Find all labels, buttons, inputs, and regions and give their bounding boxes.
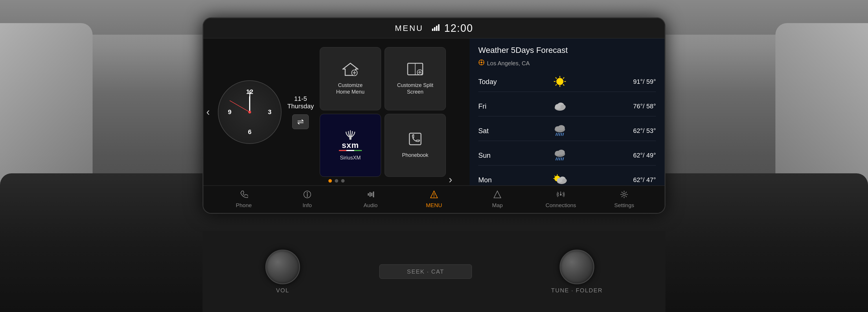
- svg-line-37: [556, 133, 557, 136]
- sxm-text: sxm: [342, 141, 359, 150]
- bottom-navigation: Phone Info Audio: [204, 185, 664, 213]
- svg-line-41: [563, 133, 564, 136]
- vol-label: VOL: [276, 287, 289, 294]
- vol-knob[interactable]: [265, 250, 300, 284]
- svg-line-40: [561, 133, 562, 136]
- nav-menu[interactable]: MENU: [418, 190, 450, 209]
- tune-knob[interactable]: [560, 250, 594, 284]
- nav-connections[interactable]: Connections: [545, 190, 577, 209]
- tune-control: TUNE · FOLDER: [551, 250, 603, 294]
- tile-customize-split-label: Customize SplitScreen: [395, 82, 435, 96]
- tile-phonebook-label: Phonebook: [400, 152, 431, 159]
- pagination-dot-2[interactable]: [335, 179, 338, 182]
- svg-point-36: [558, 125, 565, 130]
- transfer-icon[interactable]: ⇌: [292, 114, 309, 129]
- svg-point-33: [560, 105, 566, 109]
- nav-info[interactable]: Info: [291, 190, 323, 209]
- svg-line-28: [563, 77, 564, 78]
- weather-location: Los Angeles, CA: [478, 59, 656, 67]
- dashboard-controls: VOL SEEK · CAT TUNE · FOLDER: [203, 231, 665, 312]
- svg-line-47: [559, 158, 560, 160]
- clock-number-9: 9: [228, 108, 231, 116]
- weather-row-today: Today: [478, 72, 656, 92]
- pagination-dot-3[interactable]: [341, 179, 345, 182]
- svg-rect-1: [434, 27, 435, 31]
- tile-customize-split[interactable]: Customize SplitScreen: [384, 47, 446, 110]
- phonebook-icon: [408, 132, 423, 148]
- weather-row-fri: Fri 76°/ 58°: [478, 96, 656, 116]
- location-icon: [478, 59, 485, 67]
- svg-point-63: [433, 196, 434, 197]
- customize-home-icon: [342, 62, 359, 78]
- top-bar-center: MENU 12:00: [361, 22, 507, 34]
- screen-title: MENU: [395, 24, 423, 33]
- weather-icon-sat: [506, 124, 614, 137]
- tile-siriusxm-label: SiriusXM: [338, 154, 363, 161]
- weather-icon-sun: [506, 149, 614, 162]
- svg-line-29: [556, 84, 557, 85]
- clock-second-hand: [229, 100, 250, 112]
- clock-center-dot: [248, 111, 251, 113]
- nav-phone-label: Phone: [236, 202, 252, 209]
- nav-map-label: Map: [492, 202, 503, 209]
- nav-audio[interactable]: Audio: [355, 190, 386, 209]
- nav-arrow-right[interactable]: ›: [449, 174, 452, 185]
- weather-row-mon: Mon 62°/: [478, 170, 656, 185]
- seek-label: SEEK · CAT: [407, 268, 444, 275]
- weather-icon-fri: [506, 100, 614, 113]
- connections-icon: [557, 190, 565, 201]
- tile-siriusxm[interactable]: sxm SiriusXM: [320, 114, 381, 177]
- svg-line-53: [554, 176, 555, 176]
- weather-icon-today: [506, 75, 614, 88]
- pagination-dots: [329, 179, 345, 182]
- nav-arrow-left[interactable]: ‹: [206, 106, 210, 118]
- audio-icon: [367, 190, 375, 201]
- nav-menu-label: MENU: [426, 202, 442, 209]
- clock-number-3: 3: [268, 108, 271, 116]
- tile-customize-home[interactable]: CustomizeHome Menu: [320, 47, 381, 110]
- menu-icon: [430, 190, 438, 201]
- weather-row-sun: Sun 62°/: [478, 145, 656, 166]
- top-bar: MENU 12:00: [204, 18, 664, 38]
- menu-row-2: sxm SiriusXM: [320, 114, 446, 177]
- nav-phone[interactable]: Phone: [228, 190, 260, 209]
- date-line2: Thursday: [287, 103, 314, 110]
- svg-line-49: [563, 158, 564, 160]
- settings-icon: [620, 190, 628, 201]
- nav-info-label: Info: [303, 202, 312, 209]
- svg-point-66: [623, 193, 625, 196]
- signal-time-group: 12:00: [432, 22, 473, 34]
- main-content: ‹ 12 3 6 9: [204, 38, 664, 185]
- pagination-dot-1[interactable]: [329, 179, 332, 182]
- weather-icon-mon: [506, 173, 614, 185]
- weather-temp-sat: 62°/ 53°: [618, 127, 656, 135]
- svg-line-45: [556, 158, 557, 160]
- tile-customize-home-label: CustomizeHome Menu: [334, 82, 367, 96]
- svg-rect-3: [438, 24, 439, 31]
- seek-control: SEEK · CAT: [379, 264, 472, 279]
- svg-rect-2: [436, 26, 437, 31]
- left-panel: ‹ 12 3 6 9: [204, 38, 470, 185]
- svg-rect-14: [409, 133, 421, 145]
- weather-title: Weather 5Days Forecast: [478, 46, 656, 55]
- menu-row-1: CustomizeHome Menu: [320, 47, 446, 110]
- nav-settings[interactable]: Settings: [608, 190, 640, 209]
- weather-day-today: Today: [478, 78, 501, 86]
- svg-point-65: [560, 194, 562, 196]
- clock-minute-hand: [249, 91, 250, 112]
- weather-temp-fri: 76°/ 58°: [618, 103, 656, 110]
- weather-temp-mon: 62°/ 47°: [618, 176, 656, 184]
- weather-day-sun: Sun: [478, 151, 501, 160]
- svg-line-39: [559, 133, 560, 136]
- weather-row-sat: Sat 62°/: [478, 121, 656, 141]
- tile-phonebook[interactable]: Phonebook: [384, 114, 446, 177]
- weather-temp-today: 91°/ 59°: [618, 78, 656, 85]
- nav-map[interactable]: Map: [482, 190, 513, 209]
- svg-point-16: [480, 62, 482, 63]
- svg-line-26: [556, 77, 557, 78]
- vol-control: VOL: [265, 250, 300, 294]
- infotainment-screen: MENU 12:00: [203, 18, 665, 214]
- svg-point-21: [556, 78, 563, 85]
- seek-button[interactable]: SEEK · CAT: [379, 264, 472, 279]
- sxm-color-bar: [339, 150, 362, 151]
